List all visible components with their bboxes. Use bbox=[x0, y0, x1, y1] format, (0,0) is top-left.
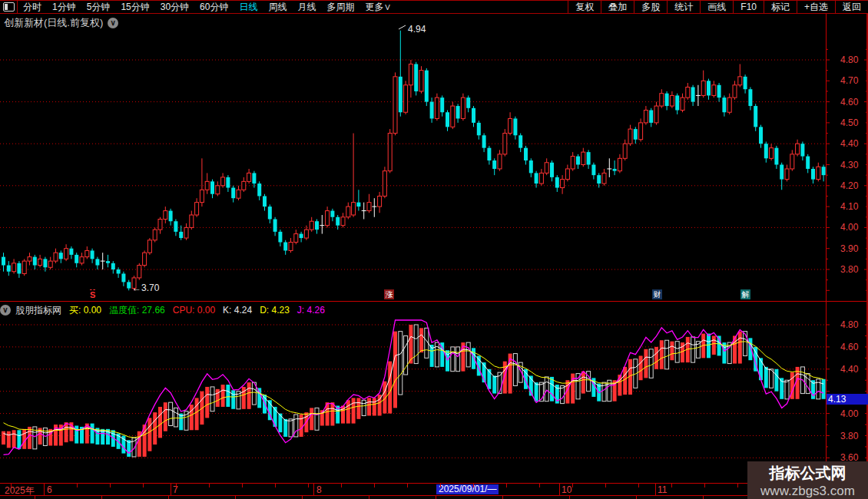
toolbar-button-0[interactable]: 复权 bbox=[568, 1, 601, 13]
time-axis[interactable]: 2025年 2025/09/01/— 6781011 bbox=[0, 483, 868, 496]
axis-tick bbox=[737, 484, 738, 487]
strip-divider bbox=[101, 496, 102, 499]
toolbar-button-1[interactable]: 叠加 bbox=[601, 1, 634, 13]
axis-divider bbox=[313, 484, 314, 495]
main-axis-label: 4.10 bbox=[840, 201, 868, 212]
toolbar-button-3[interactable]: 统计 bbox=[667, 1, 700, 13]
sub-axis-label: 4.60 bbox=[840, 342, 868, 352]
timeframe-tab-10[interactable]: 更多∨ bbox=[359, 1, 396, 13]
event-badge-1[interactable]: 财 bbox=[652, 289, 662, 299]
timeframe-tab-6[interactable]: 日线 bbox=[234, 1, 263, 13]
selected-date-label: 2025/09/01/— bbox=[436, 484, 499, 494]
main-axis-label: 4.50 bbox=[840, 117, 868, 128]
top-toolbar: 分时1分钟5分钟15分钟30分钟60分钟日线周线月线多周期更多∨ 复权叠加多股统… bbox=[0, 0, 868, 14]
month-label: 6 bbox=[47, 484, 52, 495]
timeframe-tab-0[interactable]: 分时 bbox=[18, 1, 47, 13]
timeframe-tab-8[interactable]: 月线 bbox=[292, 1, 321, 13]
timeframe-tab-4[interactable]: 30分钟 bbox=[155, 1, 194, 13]
chart-title: 创新新材(日线.前复权) bbox=[4, 16, 103, 30]
timeframe-tab-2[interactable]: 5分钟 bbox=[81, 1, 116, 13]
main-axis-label: 4.40 bbox=[840, 138, 868, 149]
indicator-name: 股朋指标网 bbox=[15, 304, 61, 317]
axis-tick bbox=[11, 484, 12, 487]
watermark-box: 指标公式网 www.zbgs3.com bbox=[747, 461, 868, 499]
main-axis-label: 4.60 bbox=[840, 97, 868, 107]
axis-tick bbox=[506, 484, 507, 487]
axis-tick bbox=[605, 484, 606, 487]
axis-tick bbox=[638, 484, 639, 487]
toolbar-button-2[interactable]: 多股 bbox=[634, 1, 667, 13]
strip-divider bbox=[569, 496, 570, 499]
strip-divider bbox=[235, 496, 236, 499]
main-axis-label: 4.20 bbox=[840, 180, 868, 191]
timeframe-tab-7[interactable]: 周线 bbox=[263, 1, 292, 13]
chevron-down-icon[interactable]: ∨ bbox=[0, 305, 11, 316]
strip-divider bbox=[703, 496, 704, 499]
strip-divider bbox=[168, 496, 169, 499]
axis-tick bbox=[473, 484, 474, 487]
indicator-readout-4: D: 4.23 bbox=[260, 305, 290, 316]
strip-divider bbox=[502, 496, 503, 499]
strip-divider bbox=[302, 496, 303, 499]
axis-divider bbox=[171, 484, 171, 495]
axis-tick bbox=[374, 484, 375, 487]
sell-signal-marker: S bbox=[90, 289, 95, 299]
main-axis-label: 4.30 bbox=[840, 160, 868, 170]
sub-axis-label: 4.00 bbox=[840, 408, 868, 419]
price-chart-canvas[interactable] bbox=[0, 0, 868, 499]
toolbar-button-5[interactable]: F10 bbox=[733, 1, 764, 13]
panel-layout-icon[interactable] bbox=[0, 1, 18, 13]
toolbar-button-4[interactable]: 画线 bbox=[700, 1, 733, 13]
sub-axis-label: 4.40 bbox=[840, 364, 868, 375]
timeframe-tab-1[interactable]: 1分钟 bbox=[47, 1, 81, 13]
main-axis-label: 3.80 bbox=[840, 264, 868, 275]
axis-tick bbox=[143, 484, 144, 487]
chevron-down-icon[interactable]: ∨ bbox=[108, 18, 118, 28]
timeframe-group: 分时1分钟5分钟15分钟30分钟60分钟日线周线月线多周期更多∨ bbox=[0, 1, 396, 13]
latest-value-tag: 4.13 bbox=[827, 394, 868, 405]
axis-tick bbox=[308, 484, 309, 487]
axis-tick bbox=[341, 484, 342, 487]
month-label: 8 bbox=[316, 484, 322, 495]
toolbar-button-8[interactable]: 返回 bbox=[835, 1, 868, 13]
axis-tick bbox=[209, 484, 210, 487]
strip-divider bbox=[436, 496, 436, 499]
main-axis-label: 4.70 bbox=[840, 75, 868, 86]
low-price-label: ←3.70 bbox=[132, 283, 159, 293]
indicator-header: ∨ 股朋指标网 买: 0.00温度值: 27.66CPU: 0.00K: 4.2… bbox=[0, 303, 328, 317]
toolbar-button-7[interactable]: +自选 bbox=[797, 1, 835, 13]
strip-divider bbox=[369, 496, 369, 499]
axis-tick bbox=[275, 484, 276, 487]
month-label: 11 bbox=[658, 484, 667, 495]
axis-tick bbox=[77, 484, 78, 487]
event-badge-0[interactable]: 涨 bbox=[384, 289, 394, 299]
axis-tick bbox=[572, 484, 573, 487]
axis-divider bbox=[655, 484, 656, 495]
indicator-readout-2: CPU: 0.00 bbox=[173, 305, 215, 316]
axis-tick bbox=[242, 484, 243, 487]
indicator-readout-3: K: 4.24 bbox=[223, 305, 252, 316]
main-axis-label: 4.80 bbox=[840, 55, 868, 65]
axis-tick bbox=[176, 484, 177, 487]
indicator-readout-1: 温度值: 27.66 bbox=[109, 304, 165, 317]
main-axis-label: 3.90 bbox=[840, 243, 868, 254]
axis-tick bbox=[440, 484, 441, 487]
strip-divider bbox=[35, 496, 35, 499]
axis-tick bbox=[539, 484, 540, 487]
axis-tick bbox=[704, 484, 705, 487]
bottom-partial-strip bbox=[0, 496, 868, 499]
watermark-url: www.zbgs3.com bbox=[747, 484, 868, 499]
indicator-readout-0: 买: 0.00 bbox=[69, 304, 101, 317]
timeframe-tab-9[interactable]: 多周期 bbox=[321, 1, 359, 13]
stock-app-window: 分时1分钟5分钟15分钟30分钟60分钟日线周线月线多周期更多∨ 复权叠加多股统… bbox=[0, 0, 868, 499]
watermark-title: 指标公式网 bbox=[747, 463, 868, 484]
main-axis-label: 4.00 bbox=[840, 222, 868, 233]
axis-tick bbox=[110, 484, 111, 487]
toolbar-button-6[interactable]: 标记 bbox=[764, 1, 797, 13]
timeframe-tab-5[interactable]: 60分钟 bbox=[194, 1, 234, 13]
strip-divider bbox=[636, 496, 637, 499]
timeframe-tab-3[interactable]: 15分钟 bbox=[115, 1, 154, 13]
axis-tick bbox=[44, 484, 45, 487]
month-label: 10 bbox=[562, 484, 571, 495]
event-badge-2[interactable]: 解 bbox=[740, 289, 750, 299]
